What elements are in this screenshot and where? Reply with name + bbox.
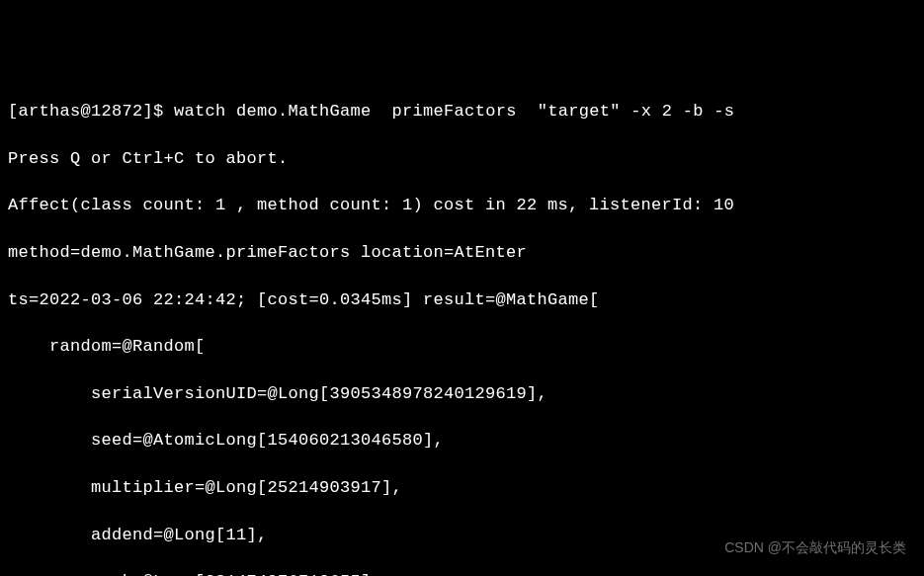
field-serialVersionUID: serialVersionUID=@Long[39053489782401296… bbox=[8, 382, 916, 406]
abort-message: Press Q or Ctrl+C to abort. bbox=[8, 147, 916, 171]
timestamp-line: ts=2022-03-06 22:24:42; [cost=0.0345ms] … bbox=[8, 288, 916, 312]
watermark-text: CSDN @不会敲代码的灵长类 bbox=[724, 538, 906, 558]
prompt-at: @ bbox=[81, 102, 92, 121]
terminal-prompt-line[interactable]: [arthas@12872]$ watch demo.MathGame prim… bbox=[8, 100, 916, 123]
method-line: method=demo.MathGame.primeFactors locati… bbox=[8, 241, 916, 265]
field-multiplier: multiplier=@Long[25214903917], bbox=[8, 476, 916, 500]
field-mask: mask=@Long[281474976710655], bbox=[8, 570, 916, 576]
command-text: watch demo.MathGame primeFactors "target… bbox=[174, 102, 734, 121]
affect-line: Affect(class count: 1 , method count: 1)… bbox=[8, 194, 916, 217]
random-open: random=@Random[ bbox=[8, 335, 916, 359]
prompt-prefix: [ bbox=[8, 102, 19, 121]
prompt-host: 12872 bbox=[91, 102, 143, 121]
prompt-suffix: ]$ bbox=[143, 102, 175, 121]
prompt-user: arthas bbox=[19, 102, 81, 121]
field-seed: seed=@AtomicLong[154060213046580], bbox=[8, 429, 916, 453]
